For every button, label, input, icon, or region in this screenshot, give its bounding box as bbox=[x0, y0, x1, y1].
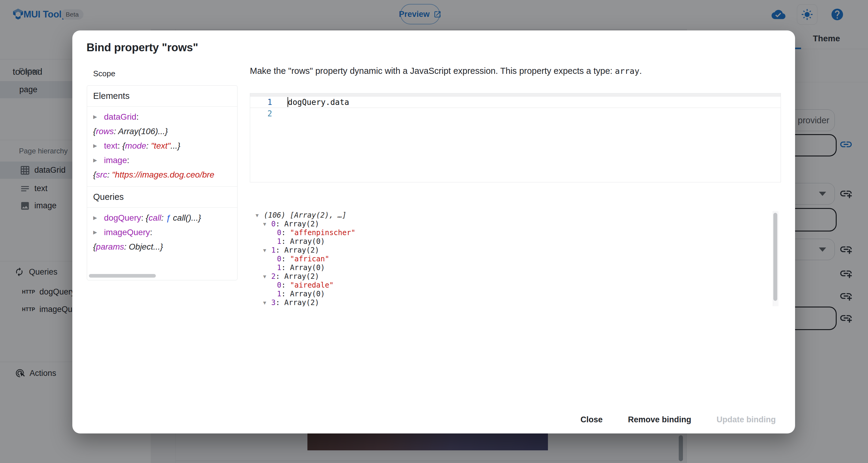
tree-item-image-preview: {src: "https://images.dog.ceo/bre bbox=[93, 167, 231, 182]
tree-row: 1: Array(0) bbox=[255, 264, 768, 272]
tree-row[interactable]: ▼1: Array(2) bbox=[255, 246, 768, 255]
tree-item-dogquery[interactable]: ▶dogQuery: {call: ƒ call()...} bbox=[93, 211, 231, 225]
tree-item-image[interactable]: ▶image: bbox=[93, 153, 231, 167]
line-number-2: 2 bbox=[250, 109, 272, 118]
tree-row: 0: "affenpinscher" bbox=[255, 228, 768, 237]
js-expression-editor[interactable]: 1 dogQuery.data 2 bbox=[250, 93, 781, 182]
horizontal-scrollbar-thumb[interactable] bbox=[89, 274, 156, 278]
elements-section-header: Elements bbox=[87, 86, 237, 107]
tree-row[interactable]: ▼0: Array(2) bbox=[255, 220, 768, 228]
tree-item-text[interactable]: ▶text: {mode: "text"...} bbox=[93, 138, 231, 153]
editor-line-2: 2 bbox=[250, 108, 781, 119]
close-button[interactable]: Close bbox=[572, 411, 611, 429]
remove-binding-button[interactable]: Remove binding bbox=[620, 411, 700, 429]
dialog-actions: Close Remove binding Update binding bbox=[572, 411, 784, 429]
description-period: . bbox=[639, 66, 642, 76]
tree-row: 0: "airedale" bbox=[255, 281, 768, 290]
scope-label: Scope bbox=[93, 69, 116, 79]
dialog-description: Make the "rows" property dynamic with a … bbox=[250, 66, 642, 76]
editor-top-strip bbox=[250, 93, 781, 96]
tree-row[interactable]: ▼(106) [Array(2), …] bbox=[255, 211, 768, 220]
editor-active-line: 1 dogQuery.data bbox=[250, 96, 781, 108]
line-number-1: 1 bbox=[250, 98, 272, 107]
bind-property-dialog: Bind property "rows" Scope Elements ▶dat… bbox=[72, 30, 795, 433]
tree-item-datagrid[interactable]: ▶dataGrid: bbox=[93, 110, 231, 124]
tree-row: 1: Array(0) bbox=[255, 237, 768, 246]
tree-scrollbar-thumb[interactable] bbox=[773, 213, 777, 301]
dialog-title: Bind property "rows" bbox=[87, 41, 198, 54]
tree-row: 0: "african" bbox=[255, 255, 768, 264]
tree-row[interactable]: ▼3: Array(2) bbox=[255, 299, 768, 306]
elements-tree: ▶dataGrid: {rows: Array(106)...} ▶text: … bbox=[87, 107, 237, 186]
expected-type: array bbox=[615, 66, 639, 76]
description-text: Make the "rows" property dynamic with a … bbox=[250, 66, 615, 76]
tree-item-imagequery[interactable]: ▶imageQuery: bbox=[93, 225, 231, 240]
text-cursor bbox=[287, 97, 288, 107]
tree-row: 1: Array(0) bbox=[255, 290, 768, 299]
update-binding-button[interactable]: Update binding bbox=[708, 411, 784, 429]
scope-panel: Elements ▶dataGrid: {rows: Array(106)...… bbox=[87, 85, 238, 280]
result-preview-tree: ▼(106) [Array(2), …] ▼0: Array(2) 0: "af… bbox=[255, 211, 768, 306]
queries-tree: ▶dogQuery: {call: ƒ call()...} ▶imageQue… bbox=[87, 208, 237, 258]
tree-item-datagrid-preview: {rows: Array(106)...} bbox=[93, 124, 231, 138]
queries-section-header: Queries bbox=[87, 186, 237, 208]
app-root: MUI Toolpad Beta Preview toolpad Pa bbox=[0, 0, 868, 463]
tree-row[interactable]: ▼2: Array(2) bbox=[255, 272, 768, 281]
code-text: dogQuery.data bbox=[288, 98, 349, 107]
tree-item-imagequery-preview: {params: Object...} bbox=[93, 240, 231, 254]
